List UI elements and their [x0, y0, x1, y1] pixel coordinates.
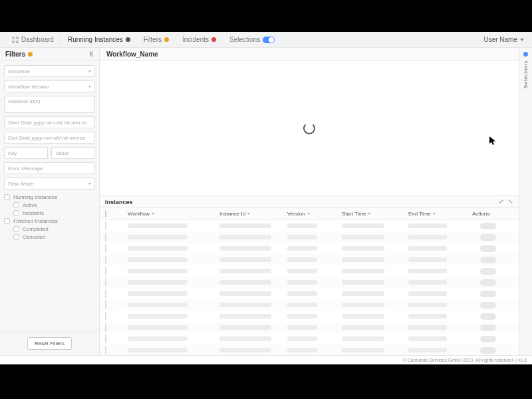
table-row-skeleton: [100, 311, 519, 322]
filters-sidebar: Filters K Workflow Workflow Version: [0, 48, 100, 355]
check-running-instances[interactable]: Running Instances: [4, 194, 95, 200]
nav-selections[interactable]: Selections: [223, 32, 281, 48]
chevron-down-icon: [307, 213, 310, 215]
instance-ids-input[interactable]: Instance Id(s): [4, 96, 95, 113]
col-actions-label: Actions: [472, 211, 489, 217]
row-checkbox[interactable]: [105, 312, 106, 321]
skeleton-bar: [287, 280, 317, 285]
instances-panel: Instances ⤢ ⤡ Workflow: [100, 196, 519, 355]
check-active[interactable]: Active: [4, 202, 95, 208]
nav-bar: Dashboard Running Instances Filters Inci…: [5, 32, 281, 48]
check-finished-instances[interactable]: Finished Instances: [4, 218, 95, 224]
row-checkbox[interactable]: [105, 278, 106, 287]
start-date-placeholder: Start Date yyyy-mm-dd hh:mm:ss: [8, 120, 87, 126]
checkbox-icon: [13, 234, 19, 240]
sidebar-header: Filters K: [0, 48, 99, 61]
skeleton-bar: [128, 336, 188, 341]
skeleton-bar: [219, 291, 271, 296]
grid-icon: [12, 37, 19, 43]
chevron-down-icon: [88, 183, 91, 185]
table-row-skeleton: [100, 277, 519, 288]
incidents-badge: [211, 37, 216, 42]
main-content: Workflow_Name Instances ⤢ ⤡: [100, 48, 519, 355]
skeleton-bar: [287, 303, 317, 307]
end-date-input[interactable]: End Date yyyy-mm-dd hh:mm:ss: [4, 132, 95, 144]
col-start-time-header[interactable]: Start Time: [342, 211, 404, 217]
check-completed[interactable]: Completed: [4, 226, 95, 232]
chevron-down-icon: [88, 70, 91, 72]
start-date-input[interactable]: Start Date yyyy-mm-dd hh:mm:ss: [4, 116, 95, 128]
selections-badge: [523, 52, 528, 57]
user-menu[interactable]: User Name: [481, 36, 527, 43]
skeleton-pill: [480, 268, 496, 275]
error-message-input[interactable]: Error Message: [4, 162, 95, 174]
select-all-checkbox[interactable]: [105, 210, 106, 217]
skeleton-pill: [480, 313, 496, 320]
skeleton-bar: [128, 223, 188, 228]
check-completed-label: Completed: [23, 226, 49, 232]
skeleton-bar: [342, 325, 384, 330]
skeleton-bar: [408, 235, 447, 239]
nav-filters-label: Filters: [144, 36, 162, 43]
expand-panel-button[interactable]: ⤡: [508, 199, 513, 205]
nav-running-instances[interactable]: Running Instances: [61, 32, 137, 48]
row-checkbox[interactable]: [105, 346, 106, 354]
col-workflow-header[interactable]: Workflow: [128, 211, 213, 217]
filters-badge: [164, 37, 169, 42]
checkbox-icon: [13, 226, 19, 232]
skeleton-bar: [408, 257, 447, 262]
row-checkbox[interactable]: [105, 334, 106, 343]
selections-rail-button[interactable]: Selections: [523, 61, 529, 88]
check-canceled[interactable]: Canceled: [4, 234, 95, 240]
row-checkbox[interactable]: [105, 289, 106, 298]
checkbox-icon: [4, 218, 10, 224]
workflow-select[interactable]: Workflow: [4, 65, 95, 77]
col-version-header[interactable]: Version: [287, 211, 338, 217]
chevron-down-icon: [433, 213, 436, 215]
skeleton-bar: [342, 348, 384, 352]
checkbox-icon: [13, 210, 19, 216]
workflow-version-select[interactable]: Workflow Version: [4, 80, 95, 92]
user-name-label: User Name: [483, 36, 517, 43]
nav-filters[interactable]: Filters: [137, 32, 176, 48]
reset-filters-button[interactable]: Reset Filters: [27, 337, 72, 350]
check-running-label: Running Instances: [13, 194, 57, 200]
row-checkbox[interactable]: [105, 244, 106, 253]
variable-value-input[interactable]: Value: [51, 147, 95, 159]
skeleton-bar: [219, 303, 271, 307]
skeleton-bar: [219, 280, 271, 285]
nav-incidents[interactable]: Incidents: [176, 32, 223, 48]
row-checkbox[interactable]: [105, 255, 106, 264]
row-checkbox[interactable]: [105, 301, 106, 309]
skeleton-pill: [480, 257, 496, 263]
var-value-placeholder: Value: [55, 150, 68, 156]
row-checkbox[interactable]: [105, 323, 106, 332]
brand-logo[interactable]: Dashboard: [5, 32, 61, 48]
chevron-down-icon: [88, 86, 91, 88]
collapse-panel-button[interactable]: ⤢: [499, 199, 504, 205]
skeleton-pill: [480, 336, 496, 342]
flow-node-select[interactable]: Flow Node: [4, 178, 95, 190]
skeleton-bar: [287, 246, 317, 251]
col-instance-id-header[interactable]: Instance Id: [217, 211, 283, 217]
checkbox-icon: [4, 194, 10, 200]
row-checkbox[interactable]: [105, 221, 106, 230]
col-version-label: Version: [287, 211, 305, 217]
skeleton-bar: [287, 314, 317, 319]
check-incidents[interactable]: Incidents: [4, 210, 95, 216]
skeleton-bar: [219, 235, 271, 239]
row-checkbox[interactable]: [105, 233, 106, 241]
table-row-skeleton: [100, 243, 519, 254]
check-active-label: Active: [23, 202, 37, 208]
state-filter-group: Running Instances Active Incidents Finis…: [4, 193, 95, 241]
skeleton-pill: [480, 234, 496, 241]
chevron-down-icon: [368, 213, 370, 215]
col-end-time-header[interactable]: End Time: [408, 211, 468, 217]
table-row-skeleton: [100, 265, 519, 277]
variable-key-input[interactable]: Key: [4, 147, 48, 159]
row-checkbox[interactable]: [105, 267, 106, 275]
selections-toggle[interactable]: [263, 37, 275, 43]
skeleton-bar: [219, 314, 271, 319]
collapse-sidebar-button[interactable]: K: [89, 51, 94, 58]
skeleton-pill: [480, 291, 496, 297]
